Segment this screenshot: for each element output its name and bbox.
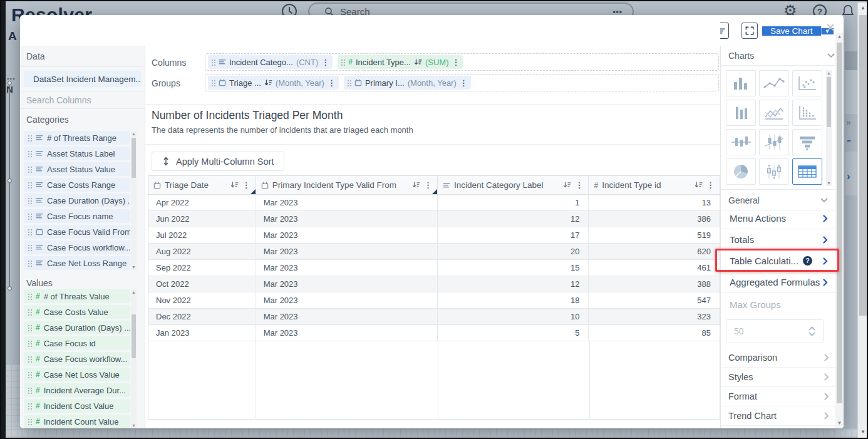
drag-handle-icon[interactable] — [28, 324, 32, 331]
sort-icon[interactable] — [563, 182, 571, 189]
drag-handle-icon[interactable] — [28, 418, 32, 425]
value-item[interactable]: #Case Duration (Days) ... — [24, 321, 130, 334]
scrollbar-thumb[interactable] — [859, 15, 867, 316]
scrollbar-thumb[interactable] — [132, 138, 136, 178]
scroll-down-arrow[interactable]: ▼ — [835, 420, 844, 426]
kebab-menu-icon[interactable]: ⋮ — [706, 181, 715, 189]
scroll-up-arrow[interactable]: ▲ — [835, 34, 844, 39]
table-row[interactable]: Jun 2022Mar 202312386 — [148, 211, 720, 227]
apply-multi-column-sort-button[interactable]: Apply Multi-Column Sort — [152, 152, 284, 171]
settings-item-totals[interactable]: Totals — [721, 229, 837, 250]
drag-handle-icon[interactable] — [211, 59, 215, 66]
settings-item-comparison[interactable]: Comparison — [721, 348, 837, 368]
chart-type-tile-boxplot[interactable] — [759, 158, 789, 185]
chart-type-tile-scatter[interactable] — [792, 70, 822, 96]
category-item[interactable]: Case Costs Range — [24, 178, 130, 192]
table-row[interactable]: Oct 2022Mar 202312388 — [148, 276, 720, 292]
drag-handle-icon[interactable] — [28, 182, 32, 189]
kebab-menu-icon[interactable]: ⋮ — [575, 181, 583, 189]
drag-handle-icon[interactable] — [28, 197, 32, 204]
drag-handle-icon[interactable] — [28, 371, 32, 378]
table-row[interactable]: Jul 2022Mar 202317519 — [148, 227, 720, 244]
chart-type-tile-candlestick-h[interactable] — [726, 129, 756, 155]
scroll-up-arrow[interactable]: ▲ — [858, 4, 868, 13]
max-groups-input[interactable] — [734, 326, 790, 336]
charts-section-header[interactable]: Charts — [721, 46, 844, 66]
kebab-menu-icon[interactable]: ⋮ — [242, 181, 251, 189]
table-column-header[interactable]: Triage Date⋮ — [148, 176, 256, 194]
chart-type-tile-pie[interactable] — [726, 158, 756, 185]
charts-grid-scrollbar[interactable]: ▲ ▼ — [826, 70, 832, 186]
category-item[interactable]: Case Net Loss Range — [24, 256, 130, 270]
spinner-down-icon[interactable] — [809, 332, 815, 336]
drag-handle-icon[interactable] — [28, 213, 32, 220]
table-row[interactable]: Aug 2022Mar 202320620 — [148, 244, 720, 260]
value-item[interactable]: #Incident Cost Value — [24, 399, 130, 413]
kebab-menu-icon[interactable]: ⋮ — [460, 79, 468, 87]
drag-handle-icon[interactable] — [341, 59, 345, 66]
value-item[interactable]: #Case Costs Value — [24, 305, 130, 319]
drag-handle-icon[interactable] — [347, 80, 351, 86]
sort-icon[interactable] — [695, 182, 703, 189]
scroll-down-arrow[interactable]: ▼ — [826, 180, 832, 186]
values-scrollbar[interactable]: ▲ ▼ — [131, 289, 137, 428]
scrollbar-thumb[interactable] — [132, 314, 136, 358]
category-item[interactable]: Case Focus workflow... — [24, 240, 130, 254]
kebab-menu-icon[interactable]: ⋮ — [321, 58, 329, 66]
category-item[interactable]: Case Focus name — [24, 209, 130, 223]
categories-scrollbar[interactable]: ▲ ▼ — [131, 131, 137, 270]
scrollbar-thumb[interactable] — [827, 77, 831, 127]
chart-type-tile-dot-column[interactable] — [792, 100, 822, 126]
spinner-up-icon[interactable] — [809, 326, 815, 331]
kebab-menu-icon[interactable]: ⋮ — [328, 79, 336, 87]
chart-type-tile-table[interactable] — [792, 158, 822, 185]
scroll-up-arrow[interactable]: ▲ — [131, 289, 137, 295]
settings-item-format[interactable]: Format — [721, 387, 837, 406]
kebab-menu-icon[interactable]: ⋮ — [452, 58, 460, 66]
column-pill[interactable]: Incident Catego...(CNT)⋮ — [208, 55, 333, 69]
sort-icon[interactable] — [412, 182, 420, 189]
settings-item-aggregated-formulas[interactable]: Aggregated Formulas — [721, 272, 837, 293]
table-column-header[interactable]: #Incident Type id⋮ — [589, 176, 720, 194]
value-item[interactable]: #Incident Count Value — [24, 415, 130, 428]
drag-handle-icon[interactable] — [28, 387, 32, 394]
table-row[interactable]: Dec 2022Mar 202310323 — [148, 309, 720, 325]
scroll-up-arrow[interactable]: ▲ — [826, 70, 832, 76]
drag-handle-icon[interactable] — [28, 229, 32, 235]
settings-item-trend-chart[interactable]: Trend Chart — [721, 406, 837, 426]
sort-icon[interactable] — [264, 80, 272, 86]
category-item[interactable]: Case Duration (Days) ... — [24, 194, 130, 207]
drag-handle-icon[interactable] — [28, 244, 32, 251]
value-item[interactable]: ## of Threats Value — [24, 289, 130, 303]
sort-icon[interactable] — [230, 182, 239, 189]
table-column-header[interactable]: Incident Category Label⋮ — [438, 176, 589, 194]
drag-handle-icon[interactable] — [28, 309, 32, 316]
drag-handle-icon[interactable] — [28, 403, 32, 410]
drag-handle-icon[interactable] — [28, 260, 32, 267]
settings-item-menu-actions[interactable]: Menu Actions — [721, 208, 837, 229]
category-item[interactable]: Asset Status Label — [24, 147, 130, 160]
drag-handle-icon[interactable] — [28, 150, 32, 157]
table-column-header[interactable]: Primary Incident Type Valid From⋮ — [256, 176, 438, 194]
scroll-up-arrow[interactable]: ▲ — [131, 131, 137, 137]
drag-handle-icon[interactable] — [28, 356, 32, 363]
value-item[interactable]: #Case Focus workflow... — [24, 352, 130, 366]
category-item[interactable]: # of Threats Range — [24, 131, 130, 145]
chart-type-tile-line[interactable] — [759, 70, 789, 96]
columns-dropzone[interactable]: Incident Catego...(CNT)⋮#Incident Type..… — [205, 53, 719, 71]
chart-type-tile-area-line[interactable] — [759, 100, 789, 126]
dataset-item[interactable]: DataSet Incident Managem... — [24, 71, 141, 87]
value-item[interactable]: #Incident Average Dur... — [24, 383, 130, 397]
category-item[interactable]: Asset Status Value — [24, 162, 130, 176]
chart-type-tile-funnel[interactable] — [792, 129, 822, 155]
drag-handle-icon[interactable] — [28, 166, 32, 173]
drag-handle-icon[interactable] — [211, 80, 215, 86]
category-item[interactable]: Case Focus Valid From — [24, 225, 130, 239]
sort-icon[interactable] — [414, 59, 422, 66]
scroll-down-arrow[interactable]: ▼ — [131, 264, 137, 270]
groups-dropzone[interactable]: Triage ...(Month, Year)⋮Primary I...(Mon… — [205, 74, 719, 91]
table-row[interactable]: Sep 2022Mar 202315461 — [148, 260, 720, 276]
chart-type-tile-column[interactable] — [726, 100, 756, 126]
drag-handle-icon[interactable] — [28, 340, 32, 347]
group-pill[interactable]: Triage ...(Month, Year)⋮ — [208, 76, 339, 90]
